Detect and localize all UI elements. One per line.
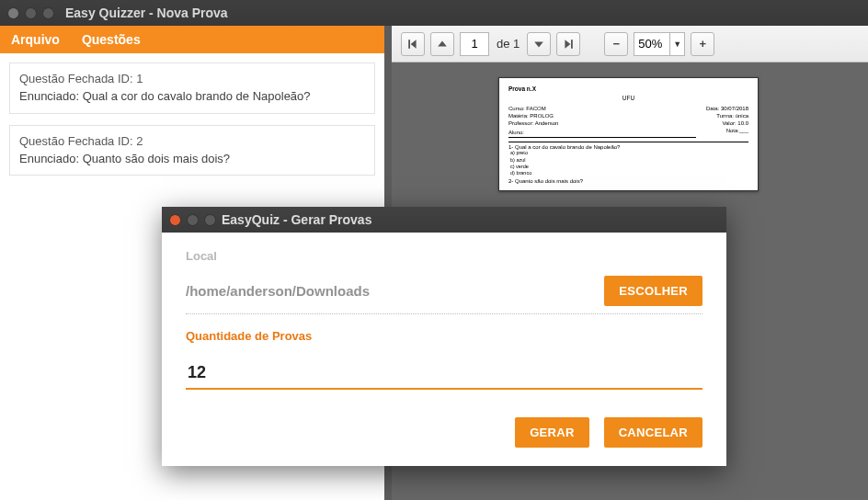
qtd-label: Quantidade de Provas bbox=[186, 329, 702, 343]
cancelar-button[interactable]: CANCELAR bbox=[604, 417, 702, 448]
quantidade-input[interactable] bbox=[186, 359, 702, 390]
dialog-title: EasyQuiz - Gerar Provas bbox=[222, 212, 371, 227]
local-path: /home/anderson/Downloads bbox=[186, 283, 604, 299]
escolher-button[interactable]: ESCOLHER bbox=[604, 276, 702, 306]
maximize-icon[interactable] bbox=[204, 214, 216, 226]
modal-overlay: EasyQuiz - Gerar Provas Local /home/ande… bbox=[0, 0, 868, 500]
close-icon[interactable] bbox=[169, 214, 181, 226]
minimize-icon[interactable] bbox=[187, 214, 199, 226]
divider bbox=[186, 313, 702, 314]
dialog-titlebar: EasyQuiz - Gerar Provas bbox=[162, 207, 726, 233]
gerar-provas-dialog: EasyQuiz - Gerar Provas Local /home/ande… bbox=[162, 207, 726, 466]
gerar-button[interactable]: GERAR bbox=[515, 417, 588, 448]
local-label: Local bbox=[186, 249, 702, 263]
